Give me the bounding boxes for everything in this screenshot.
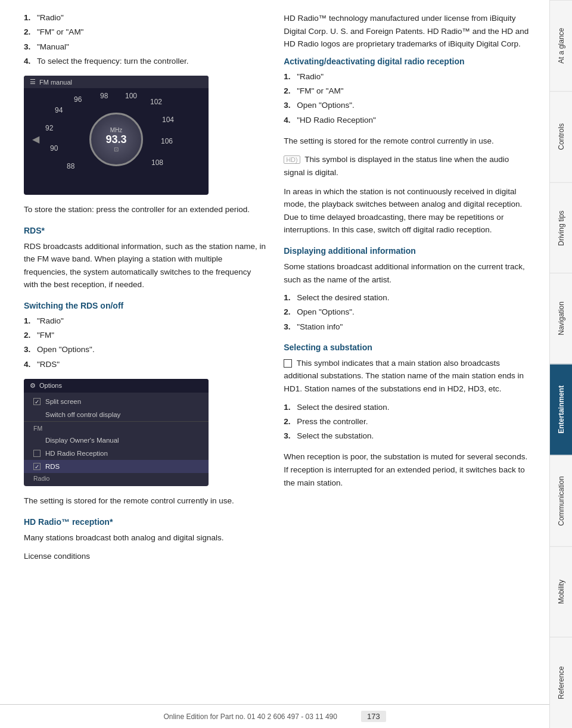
sidebar-tab-entertainment[interactable]: Entertainment <box>550 364 572 455</box>
list-item: 4. "RDS" <box>24 359 266 371</box>
menu-item-switch-off: Switch off control display <box>24 408 209 422</box>
sidebar-tab-label: At a glance <box>557 28 565 64</box>
list-item: 3. Select the substation. <box>284 430 531 442</box>
hd-radio-body2: License conditions <box>24 550 266 563</box>
dial-108: 108 <box>151 158 163 167</box>
list-item: 2. "FM" <box>24 329 266 341</box>
menu-item-rds: RDS <box>24 460 209 473</box>
dial-100: 100 <box>125 92 137 100</box>
sidebar-tab-label: Mobility <box>557 580 565 604</box>
intro-list: 1. "Radio" 2. "FM" or "AM" 3. "Manual" 4… <box>24 12 266 67</box>
options-top-bar: ⚙ Options <box>24 379 209 393</box>
activating-note: The setting is stored for the remote con… <box>284 135 531 148</box>
radio-display-image: ☰ FM manual 88 90 92 94 96 98 100 <box>24 76 209 195</box>
dial-unit: MHz <box>110 127 123 133</box>
switching-list: 1. "Radio" 2. "FM" 3. Open "Options". 4.… <box>24 315 266 371</box>
dial-104: 104 <box>162 116 174 124</box>
displaying-list: 1. Select the desired station. 2. Open "… <box>284 292 531 333</box>
list-item: 2. Press the controller. <box>284 416 531 428</box>
left-arrow-icon: ◀ <box>32 133 39 145</box>
switching-heading: Switching the RDS on/off <box>24 301 266 310</box>
checkbox-hd-radio <box>33 450 41 457</box>
sidebar-tab-label: Reference <box>557 666 565 699</box>
sidebar-tab-reference[interactable]: Reference <box>550 637 572 728</box>
options-menu: Split screen Switch off control display … <box>24 393 209 486</box>
sidebar-tab-label: Communication <box>557 476 565 525</box>
sidebar-tab-label: Controls <box>557 123 565 150</box>
sidebar-tab-communication[interactable]: Communication <box>550 455 572 546</box>
substation-list: 1. Select the desired station. 2. Press … <box>284 402 531 443</box>
radio-dial-area: 88 90 92 94 96 98 100 102 104 106 108 <box>24 88 209 191</box>
footer-copyright: Online Edition for Part no. 01 40 2 606 … <box>163 713 337 721</box>
list-item: 1. "Radio" <box>284 71 531 83</box>
hd-radio-body1: Many stations broadcast both analog and … <box>24 531 266 545</box>
sidebar-tab-mobility[interactable]: Mobility <box>550 546 572 637</box>
options-top-bar-label: Options <box>39 382 62 389</box>
sidebar-tab-controls[interactable]: Controls <box>550 91 572 182</box>
hd-license-text: HD Radio™ technology manufactured under … <box>284 12 531 51</box>
dial-96: 96 <box>74 95 82 104</box>
menu-item-hd-radio: HD Radio Reception <box>24 447 209 460</box>
page-footer: Online Edition for Part no. 01 40 2 606 … <box>0 704 549 728</box>
displaying-heading: Displaying additional information <box>284 246 531 256</box>
list-item: 4. "HD Radio Reception" <box>284 114 531 126</box>
activating-heading: Activating/deactivating digital radio re… <box>284 57 531 66</box>
list-item: 3. "Manual" <box>24 41 266 53</box>
setting-stored-text: The setting is stored for the remote con… <box>24 494 266 508</box>
options-gear-icon: ⚙ <box>30 382 36 390</box>
checkbox-rds <box>33 463 41 470</box>
list-item: 2. "FM" or "AM" <box>284 85 531 97</box>
list-item: 3. "Station info" <box>284 321 531 333</box>
sidebar-tab-at-a-glance[interactable]: At a glance <box>550 0 572 91</box>
list-item: 1. Select the desired station. <box>284 402 531 413</box>
left-column: 1. "Radio" 2. "FM" or "AM" 3. "Manual" 4… <box>24 12 278 704</box>
dial-88: 88 <box>67 162 74 170</box>
sidebar-tab-driving-tips[interactable]: Driving tips <box>550 182 572 273</box>
dial-frequency: 93.3 <box>105 133 126 146</box>
right-column: HD Radio™ technology manufactured under … <box>278 12 531 704</box>
dial-102: 102 <box>150 98 162 106</box>
list-item: 3. Open "Options". <box>284 99 531 111</box>
dial-92: 92 <box>45 124 53 132</box>
rds-body: RDS broadcasts additional information, s… <box>24 240 266 291</box>
store-station-text: To store the station: press the controll… <box>24 203 266 216</box>
dial-90: 90 <box>50 144 58 153</box>
radio-menu-icon: ☰ <box>30 78 36 86</box>
substation-heading: Selecting a substation <box>284 343 531 352</box>
list-item: 4. To select the frequency: turn the con… <box>24 55 266 67</box>
activating-list: 1. "Radio" 2. "FM" or "AM" 3. Open "Opti… <box>284 71 531 126</box>
sidebar-tab-label: Driving tips <box>557 210 565 245</box>
sidebar-tab-label: Entertainment <box>557 386 565 434</box>
hd-radio-heading: HD Radio™ reception* <box>24 517 266 527</box>
page-number: 173 <box>361 711 386 722</box>
dial-94: 94 <box>55 106 63 114</box>
options-display-image: ⚙ Options Split screen Switch off contro… <box>24 379 209 486</box>
list-item: 1. "Radio" <box>24 12 266 24</box>
menu-section-fm: FM <box>24 423 209 434</box>
displaying-body: Some stations broadcast additional infor… <box>284 260 531 286</box>
sidebar: At a glance Controls Driving tips Naviga… <box>549 0 572 728</box>
list-item: 3. Open "Options". <box>24 344 266 356</box>
list-item: 1. "Radio" <box>24 315 266 327</box>
list-item: 2. "FM" or "AM" <box>24 26 266 38</box>
menu-section-radio: Radio <box>24 473 209 484</box>
substation-icon <box>284 359 292 368</box>
list-item: 2. Open "Options". <box>284 306 531 318</box>
hd-symbol-note: HD) This symbol is displayed in the stat… <box>284 153 531 179</box>
sidebar-tab-label: Navigation <box>557 302 565 336</box>
sidebar-tab-navigation[interactable]: Navigation <box>550 273 572 364</box>
radio-display: ☰ FM manual 88 90 92 94 96 98 100 <box>24 76 209 195</box>
substation-body2: When reception is poor, the substation i… <box>284 450 531 489</box>
dial-106: 106 <box>161 137 173 145</box>
radio-top-bar-label: FM manual <box>39 79 72 86</box>
list-item: 1. Select the desired station. <box>284 292 531 304</box>
dial-center: MHz 93.3 ⊡ <box>89 113 143 166</box>
analog-digital-note: In areas in which the station is not con… <box>284 185 531 237</box>
menu-item-split-screen: Split screen <box>24 395 209 408</box>
menu-item-display-manual: Display Owner's Manual <box>24 434 209 447</box>
dial-98: 98 <box>100 92 108 100</box>
radio-top-bar: ☰ FM manual <box>24 76 209 88</box>
dial-status-icon: ⊡ <box>114 146 119 153</box>
rds-heading: RDS* <box>24 226 266 235</box>
dial-numbers: 88 90 92 94 96 98 100 102 104 106 108 <box>30 92 203 187</box>
